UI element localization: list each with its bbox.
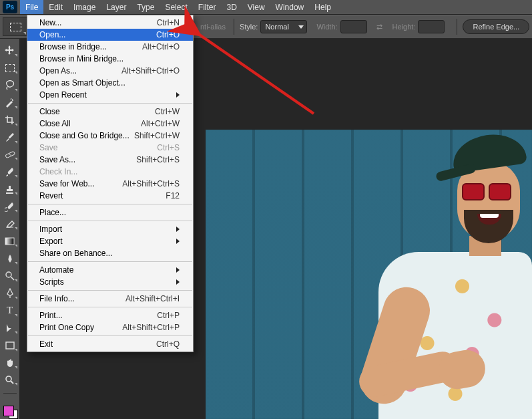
menu-item-label: Close [39,107,60,116]
menu-item-shortcut: Alt+Shift+Ctrl+S [122,179,180,188]
menu-item-label: Close and Go to Bridge... [39,131,129,140]
path-selection-tool[interactable] [2,321,18,335]
svg-line-9 [11,381,13,384]
menu-item-label: Share on Behance... [39,249,112,258]
menu-item-save-for-web[interactable]: Save for Web...Alt+Shift+Ctrl+S [27,178,193,190]
swap-width-height-icon: ⇄ [374,21,386,33]
menu-layer[interactable]: Layer [101,0,131,14]
menu-separator [28,335,192,336]
eyedropper-tool[interactable] [2,131,18,144]
menu-item-exit[interactable]: ExitCtrl+Q [27,338,193,350]
svg-line-6 [11,277,14,280]
menu-item-open-recent[interactable]: Open Recent [27,89,193,101]
eraser-tool[interactable] [2,217,18,231]
menu-file[interactable]: File [20,0,43,14]
quick-selection-tool[interactable] [2,96,18,110]
menu-item-label: Browse in Bridge... [39,42,107,51]
menu-select[interactable]: Select [160,0,192,14]
menu-edit[interactable]: Edit [43,0,68,14]
spot-healing-brush-tool[interactable] [2,148,18,162]
svg-rect-7 [6,342,14,349]
menu-item-close[interactable]: CloseCtrl+W [27,106,193,118]
file-menu-dropdown: New...Ctrl+NOpen...Ctrl+OBrowse in Bridg… [27,15,194,352]
lasso-tool[interactable] [2,79,18,92]
menu-3d[interactable]: 3D [221,0,242,14]
menu-item-label: Import [39,225,62,234]
menu-item-new[interactable]: New...Ctrl+N [27,17,193,29]
tool-preset-picker[interactable] [3,17,28,36]
menu-item-label: Open... [39,30,65,39]
menu-item-browse-in-bridge[interactable]: Browse in Bridge...Alt+Ctrl+O [27,41,193,53]
menu-item-open-as[interactable]: Open As...Alt+Shift+Ctrl+O [27,65,193,77]
menu-item-shortcut: Shift+Ctrl+W [134,131,180,140]
menu-help[interactable]: Help [309,0,336,14]
chevron-down-icon [298,25,304,29]
menu-item-export[interactable]: Export [27,235,193,247]
tools-panel: T [0,39,20,419]
clone-stamp-tool[interactable] [2,182,18,196]
menu-item-shortcut: Ctrl+O [156,30,180,39]
blur-tool[interactable] [2,252,18,265]
menu-separator [28,221,192,221]
menu-item-label: Open Recent [39,90,87,100]
refine-edge-button[interactable]: Refine Edge... [463,19,529,34]
svg-point-1 [9,154,10,156]
foreground-background-color[interactable] [2,404,18,419]
menu-separator [28,307,192,307]
menu-item-label: Save for Web... [39,179,94,188]
menu-item-open-as-smart-object[interactable]: Open as Smart Object... [27,77,193,89]
menu-item-shortcut: Ctrl+N [157,18,180,27]
menu-item-shortcut: Shift+Ctrl+S [136,155,180,164]
style-select-value: Normal [265,23,288,31]
menu-item-label: Print One Copy [39,323,94,332]
menu-item-close-and-go-to-bridge[interactable]: Close and Go to Bridge...Shift+Ctrl+W [27,130,193,142]
menu-window[interactable]: Window [270,0,310,14]
menu-item-print-one-copy[interactable]: Print One CopyAlt+Shift+Ctrl+P [27,321,193,333]
style-select[interactable]: Normal [260,20,307,33]
menu-item-share-on-behance[interactable]: Share on Behance... [27,247,193,259]
brush-tool[interactable] [2,165,18,178]
move-tool[interactable] [2,44,18,57]
rectangle-tool[interactable] [2,339,18,352]
menu-item-save-as[interactable]: Save As...Shift+Ctrl+S [27,154,193,166]
menu-item-file-info[interactable]: File Info...Alt+Shift+Ctrl+I [27,293,193,305]
dodge-tool[interactable] [2,269,18,283]
horizontal-type-tool[interactable]: T [2,304,18,317]
menu-item-label: Check In... [39,167,77,176]
menu-item-shortcut: Alt+Shift+Ctrl+P [122,323,180,332]
menubar: Ps FileEditImageLayerTypeSelectFilter3DV… [0,0,532,15]
menu-item-print[interactable]: Print...Ctrl+P [27,309,193,321]
menu-item-label: Automate [39,265,73,275]
zoom-tool[interactable] [2,374,18,387]
crop-tool[interactable] [2,114,18,127]
menu-item-shortcut: Ctrl+W [155,107,180,116]
menu-filter[interactable]: Filter [193,0,222,14]
pen-tool[interactable] [2,287,18,300]
height-label: Height: [392,23,416,31]
menu-type[interactable]: Type [131,0,160,14]
menu-separator [28,103,192,104]
menu-item-label: Save As... [39,155,75,164]
menu-separator [28,290,192,291]
width-label: Width: [316,23,337,31]
menu-item-revert[interactable]: RevertF12 [27,190,193,202]
menu-item-label: Scripts [39,277,64,287]
menu-item-browse-in-mini-bridge[interactable]: Browse in Mini Bridge... [27,53,193,65]
menu-image[interactable]: Image [68,0,101,14]
gradient-tool[interactable] [2,235,18,248]
menu-item-shortcut: Ctrl+Q [156,339,180,349]
menu-item-close-all[interactable]: Close AllAlt+Ctrl+W [27,118,193,130]
hand-tool[interactable] [2,356,18,370]
svg-point-2 [10,155,11,156]
app-logo: Ps [3,1,17,13]
menu-item-import[interactable]: Import [27,223,193,235]
menu-view[interactable]: View [242,0,270,14]
rectangular-marquee-tool[interactable] [2,61,18,75]
menu-item-open[interactable]: Open...Ctrl+O [27,29,193,41]
menu-item-shortcut: Alt+Shift+Ctrl+I [125,294,180,303]
menu-item-automate[interactable]: Automate [27,264,193,276]
history-brush-tool[interactable] [2,200,18,213]
menu-item-label: Open as Smart Object... [39,78,125,88]
menu-item-place[interactable]: Place... [27,206,193,219]
menu-item-scripts[interactable]: Scripts [27,276,193,288]
